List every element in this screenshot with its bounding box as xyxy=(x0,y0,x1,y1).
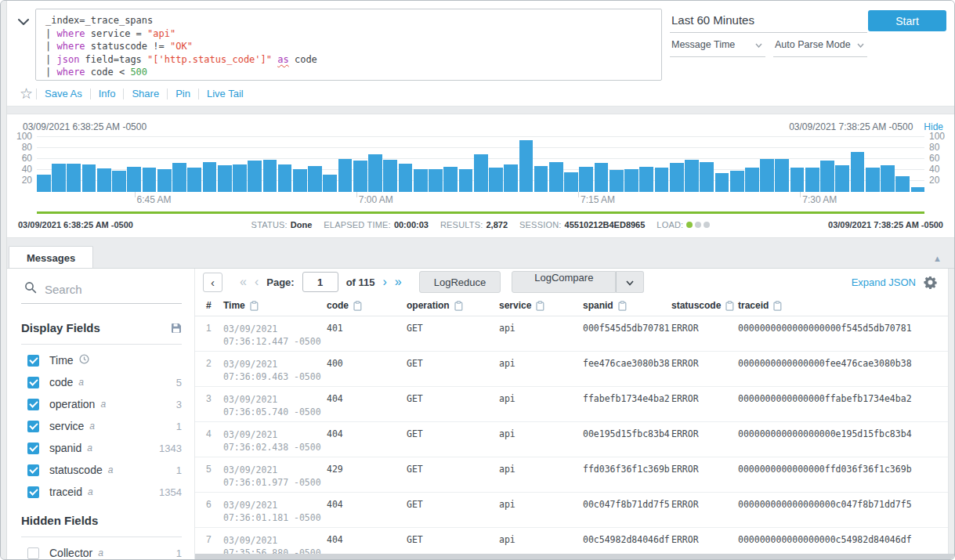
column-header-code[interactable]: code xyxy=(327,300,407,311)
histogram-bar[interactable] xyxy=(414,169,428,192)
histogram-bar[interactable] xyxy=(368,154,382,192)
tab-messages[interactable]: Messages xyxy=(9,246,93,269)
copy-column-icon[interactable] xyxy=(250,301,259,311)
logreduce-button[interactable]: LogReduce xyxy=(419,271,501,293)
histogram-bar[interactable] xyxy=(881,165,895,192)
live-tail-link[interactable]: Live Tail xyxy=(199,88,251,99)
histogram-bar[interactable] xyxy=(127,167,141,192)
histogram-bar[interactable] xyxy=(172,163,186,192)
field-checkbox[interactable] xyxy=(27,464,39,476)
table-row[interactable]: 503/09/202107:36:01.977 -0500429GETapiff… xyxy=(195,457,954,493)
page-number-input[interactable] xyxy=(302,272,338,292)
histogram-bar[interactable] xyxy=(112,171,126,192)
field-checkbox[interactable] xyxy=(27,399,39,410)
histogram-bar[interactable] xyxy=(143,168,157,192)
histogram-bar[interactable] xyxy=(790,168,805,192)
histogram-bar[interactable] xyxy=(293,169,307,192)
histogram-bar[interactable] xyxy=(610,170,624,192)
histogram-bar[interactable] xyxy=(579,167,593,192)
copy-column-icon[interactable] xyxy=(536,301,544,311)
histogram-bar[interactable] xyxy=(639,167,653,192)
histogram-bar[interactable] xyxy=(805,168,819,192)
field-checkbox[interactable] xyxy=(27,443,39,454)
histogram-bar[interactable] xyxy=(278,164,292,192)
table-row[interactable]: 303/09/202107:36:05.740 -0500404GETapiff… xyxy=(195,387,954,422)
last-page-button[interactable]: » xyxy=(395,275,402,289)
histogram-bar[interactable] xyxy=(157,169,172,192)
histogram-bar[interactable] xyxy=(504,164,518,192)
histogram-bar[interactable] xyxy=(730,171,744,192)
histogram-bar[interactable] xyxy=(67,164,81,192)
histogram-bar[interactable] xyxy=(670,163,684,192)
info-link[interactable]: Info xyxy=(91,88,124,99)
field-checkbox[interactable] xyxy=(27,377,39,388)
histogram-bar[interactable] xyxy=(429,169,443,192)
column-header-num[interactable]: # xyxy=(206,300,223,311)
histogram-bar[interactable] xyxy=(820,161,834,192)
search-input[interactable] xyxy=(45,283,170,296)
column-header-traceid[interactable]: traceid xyxy=(738,300,942,311)
histogram-bar[interactable] xyxy=(203,162,217,193)
histogram-bar[interactable] xyxy=(489,168,503,192)
histogram-bar[interactable] xyxy=(218,165,232,192)
sidebar-collapse-button[interactable]: ‹ xyxy=(203,273,222,292)
histogram-bar[interactable] xyxy=(835,165,849,192)
pin-link[interactable]: Pin xyxy=(168,88,198,99)
logcompare-menu-button[interactable] xyxy=(616,271,644,293)
field-checkbox[interactable] xyxy=(27,421,39,432)
histogram-bar[interactable] xyxy=(263,160,277,192)
auto-parse-dropdown[interactable]: Auto Parse Mode xyxy=(773,33,867,57)
copy-column-icon[interactable] xyxy=(725,301,734,311)
histogram-bar[interactable] xyxy=(685,160,699,192)
histogram-bar[interactable] xyxy=(624,169,638,192)
histogram-bar[interactable] xyxy=(895,176,910,192)
horizontal-scrollbar[interactable] xyxy=(195,554,954,559)
histogram-bar[interactable] xyxy=(399,164,413,192)
field-search[interactable] xyxy=(21,280,182,304)
message-time-dropdown[interactable]: Message Time xyxy=(670,33,765,57)
copy-column-icon[interactable] xyxy=(353,301,362,311)
table-row[interactable]: 103/09/202107:36:12.447 -0500401GETapi00… xyxy=(195,316,954,352)
histogram-bar[interactable] xyxy=(308,166,322,192)
column-header-time[interactable]: Time xyxy=(223,300,327,311)
histogram-bar[interactable] xyxy=(549,162,563,193)
histogram-bar[interactable] xyxy=(338,159,353,192)
histogram-bar[interactable] xyxy=(595,163,609,192)
histogram-bar[interactable] xyxy=(700,162,714,193)
histogram-bar[interactable] xyxy=(474,154,488,192)
histogram-bar[interactable] xyxy=(745,168,759,192)
table-row[interactable]: 403/09/202107:36:02.438 -0500404GETapi00… xyxy=(195,422,954,457)
histogram-bar[interactable] xyxy=(459,169,473,192)
vertical-scrollbar[interactable] xyxy=(948,269,954,554)
copy-column-icon[interactable] xyxy=(618,301,627,311)
histogram-bar[interactable] xyxy=(233,164,247,192)
field-checkbox[interactable] xyxy=(27,486,39,498)
save-as-link[interactable]: Save As xyxy=(37,88,90,99)
column-header-service[interactable]: service xyxy=(499,300,583,311)
time-range-selector[interactable]: Last 60 Minutes xyxy=(670,12,867,33)
copy-column-icon[interactable] xyxy=(773,301,782,311)
gear-icon[interactable] xyxy=(924,276,937,289)
collapse-panel-button[interactable]: ▲ xyxy=(933,254,942,268)
histogram-bar[interactable] xyxy=(383,160,397,192)
histogram-bar[interactable] xyxy=(851,152,865,192)
column-header-spanid[interactable]: spanid xyxy=(583,300,671,311)
histogram-bar[interactable] xyxy=(655,168,669,193)
histogram-bar[interactable] xyxy=(534,166,548,192)
copy-column-icon[interactable] xyxy=(454,301,463,311)
histogram-bar[interactable] xyxy=(715,173,729,193)
column-header-operation[interactable]: operation xyxy=(407,300,499,311)
histogram-bar[interactable] xyxy=(37,175,51,192)
histogram-bar[interactable] xyxy=(775,159,789,192)
favorite-star-icon[interactable]: ☆ xyxy=(20,89,33,99)
histogram-bar[interactable] xyxy=(353,161,367,192)
query-collapse-button[interactable] xyxy=(12,9,35,29)
query-editor[interactable]: _index=_trace_spans| where service = "ap… xyxy=(35,9,662,81)
table-row[interactable]: 203/09/202107:36:09.463 -0500400GETapife… xyxy=(195,352,954,387)
histogram-bar[interactable] xyxy=(866,168,880,192)
histogram-bar[interactable] xyxy=(564,172,578,192)
prev-page-button[interactable]: ‹ xyxy=(255,275,259,289)
histogram-bar[interactable] xyxy=(187,168,201,193)
save-fields-icon[interactable] xyxy=(171,323,182,334)
field-checkbox[interactable] xyxy=(27,547,39,559)
